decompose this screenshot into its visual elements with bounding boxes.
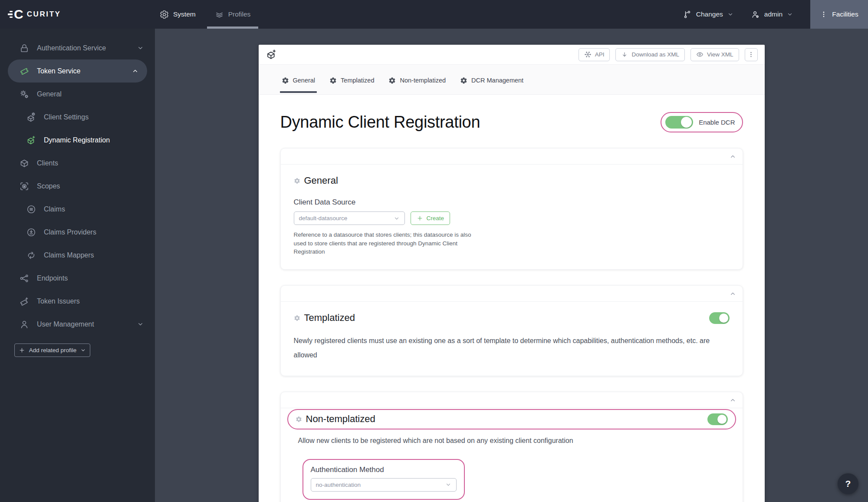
curity-logo[interactable]: C CURITY xyxy=(8,0,116,29)
chevron-down-icon xyxy=(137,321,144,327)
collapse-chevron-icon[interactable] xyxy=(730,291,736,297)
collapse-chevron-icon[interactable] xyxy=(730,153,736,160)
general-card: General Client Data Source default-datas… xyxy=(280,148,743,270)
share-network-icon xyxy=(19,273,30,284)
navbar-right: Changes admin xyxy=(683,0,793,29)
non-templatized-header-highlighted: Non-templatized xyxy=(287,409,736,429)
tab-dcr-management[interactable]: DCR Management xyxy=(459,65,524,94)
logo-c-glyph: C xyxy=(14,8,23,21)
gear-icon xyxy=(296,416,302,423)
create-label: Create xyxy=(427,215,444,221)
api-label: API xyxy=(595,51,605,58)
templatized-description: Newly registered clients must use an exi… xyxy=(294,334,730,363)
general-card-title: General xyxy=(304,175,338,186)
plus-icon xyxy=(417,215,423,221)
nav-tab-system[interactable]: System xyxy=(160,0,196,29)
sidebar-item-label: Clients xyxy=(37,159,58,167)
sidebar-item-token-service[interactable]: Token Service xyxy=(8,59,147,83)
user-label: admin xyxy=(764,10,783,18)
help-button[interactable]: ? xyxy=(838,473,858,494)
chevron-down-icon xyxy=(394,215,400,221)
non-templatized-card-strip xyxy=(281,392,743,408)
collapse-chevron-icon[interactable] xyxy=(730,397,736,403)
authentication-method-value: no-authentication xyxy=(316,482,361,488)
sidebar-item-general[interactable]: General xyxy=(0,83,155,106)
templatized-card-body: Templatized Newly registered clients mus… xyxy=(281,302,743,376)
toggle-knob xyxy=(681,117,692,128)
sidebar-item-authentication-service[interactable]: Authentication Service xyxy=(0,36,155,59)
sidebar-item-label: Scopes xyxy=(37,182,60,190)
cube-plus-icon xyxy=(26,135,36,145)
branch-icon xyxy=(683,10,692,19)
non-templatized-toggle[interactable] xyxy=(707,413,728,425)
user-menu[interactable]: admin xyxy=(751,10,793,19)
gear-icon xyxy=(294,315,300,321)
logo-bars-icon xyxy=(8,11,13,18)
tab-templatized-label: Templatized xyxy=(341,77,374,84)
nav-tab-profiles-label: Profiles xyxy=(228,10,251,18)
gear-icon xyxy=(388,77,396,84)
client-data-source-select[interactable]: default-datasource xyxy=(294,211,405,225)
sidebar-item-claims-providers[interactable]: Claims Providers xyxy=(0,221,155,244)
nav-tab-profiles[interactable]: Profiles xyxy=(215,0,251,29)
sidebar-item-label: Authentication Service xyxy=(37,44,106,52)
sidebar-item-user-management[interactable]: User Management xyxy=(0,313,155,336)
gear-icon xyxy=(294,178,300,184)
person-icon xyxy=(19,319,30,330)
tab-templatized[interactable]: Templatized xyxy=(329,65,375,94)
dcr-tabstrip: General Templatized Non-templatized DCR … xyxy=(259,65,765,95)
more-options-button[interactable] xyxy=(745,48,758,61)
templatized-toggle[interactable] xyxy=(709,312,730,324)
sidebar-item-claims[interactable]: Claims xyxy=(0,198,155,221)
download-as-xml-button[interactable]: Download as XML xyxy=(615,48,685,61)
api-button[interactable]: API xyxy=(579,48,610,61)
non-templatized-inner: Allow new clients to be registered which… xyxy=(298,437,724,502)
dots-vertical-icon xyxy=(747,51,755,58)
tab-general[interactable]: General xyxy=(281,65,316,94)
general-card-strip xyxy=(281,149,743,165)
sidebar-item-scopes[interactable]: Scopes xyxy=(0,175,155,198)
circle-download-icon xyxy=(26,227,36,238)
enable-dcr-control[interactable]: Enable DCR xyxy=(661,112,743,132)
sidebar-item-label: Client Settings xyxy=(44,113,89,121)
templatized-card-strip xyxy=(281,286,743,302)
sidebar-item-dynamic-registration[interactable]: Dynamic Registration xyxy=(0,129,155,152)
sidebar-item-label: General xyxy=(37,90,62,98)
create-datasource-button[interactable]: Create xyxy=(411,211,450,225)
cube-plus-icon xyxy=(266,49,277,60)
enable-dcr-label: Enable DCR xyxy=(699,119,735,126)
view-xml-button[interactable]: View XML xyxy=(690,48,739,61)
dots-vertical-icon xyxy=(820,10,828,18)
enable-dcr-toggle[interactable] xyxy=(665,116,693,129)
chevron-down-icon xyxy=(727,11,733,17)
sidebar-item-token-issuers[interactable]: Token Issuers xyxy=(0,290,155,313)
authentication-method-group-highlighted: Authentication Method no-authentication xyxy=(302,459,465,500)
non-templatized-card-body: Non-templatized Allow new clients to be … xyxy=(281,408,743,502)
client-data-source-value: default-datasource xyxy=(299,215,348,221)
sidebar-item-clients[interactable]: Clients xyxy=(0,152,155,175)
sidebar-item-claims-mappers[interactable]: Claims Mappers xyxy=(0,244,155,267)
tab-non-templatized-label: Non-templatized xyxy=(400,77,446,84)
panel-actions: API Download as XML View XML xyxy=(579,48,758,61)
authentication-method-select[interactable]: no-authentication xyxy=(311,478,457,492)
chevron-down-icon xyxy=(80,347,86,353)
cube-icon xyxy=(19,158,30,168)
changes-menu[interactable]: Changes xyxy=(683,10,733,19)
facilities-button[interactable]: Facilities xyxy=(810,0,868,29)
authentication-method-label: Authentication Method xyxy=(311,466,457,474)
non-templatized-card-title: Non-templatized xyxy=(306,413,375,425)
add-related-profile-button[interactable]: Add related profile xyxy=(14,343,90,357)
sidebar-item-endpoints[interactable]: Endpoints xyxy=(0,267,155,290)
templatized-card-header: Templatized xyxy=(294,312,730,324)
circle-list-icon xyxy=(26,204,36,215)
chevron-down-icon xyxy=(787,11,793,17)
sidebar-item-label: Claims xyxy=(44,205,65,213)
sidebar-item-client-settings[interactable]: Client Settings xyxy=(0,106,155,129)
user-gear-icon xyxy=(751,10,760,19)
chevron-down-icon xyxy=(137,45,144,51)
sidebar-item-label: Dynamic Registration xyxy=(44,136,110,144)
download-as-xml-label: Download as XML xyxy=(631,51,679,58)
gear-icon xyxy=(160,10,169,19)
layers-icon xyxy=(215,10,224,19)
tab-non-templatized[interactable]: Non-templatized xyxy=(388,65,447,94)
